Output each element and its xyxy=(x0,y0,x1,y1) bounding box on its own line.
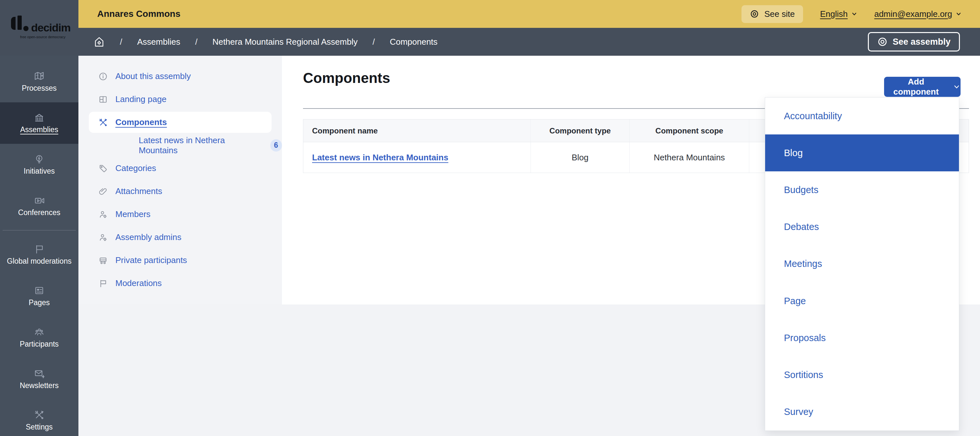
dropdown-item-budgets[interactable]: Budgets xyxy=(765,171,959,208)
layout-icon xyxy=(99,95,108,104)
tag-icon xyxy=(99,164,108,173)
see-site-label: See site xyxy=(764,9,795,19)
decidim-admin-app: Annares Commons See site English admin@e… xyxy=(0,0,980,436)
sidebar-item-settings[interactable]: Settings xyxy=(0,400,78,436)
dropdown-item-accountability[interactable]: Accountability xyxy=(765,97,959,135)
home-icon[interactable] xyxy=(93,36,105,48)
subnav-item-label: Assembly admins xyxy=(115,232,181,242)
user-gear-icon xyxy=(99,233,108,242)
info-icon xyxy=(99,72,108,81)
breadcrumb-separator: / xyxy=(372,37,375,47)
breadcrumb-assemblies[interactable]: Assemblies xyxy=(137,37,180,47)
column-header-scope: Component scope xyxy=(629,119,749,142)
subnav-item-private-participants[interactable]: Private participants xyxy=(78,249,282,272)
breadcrumb-separator: / xyxy=(195,37,197,47)
dropdown-item-page[interactable]: Page xyxy=(765,282,959,319)
eye-icon xyxy=(877,36,888,47)
subnav-item-label: Attachments xyxy=(115,186,162,196)
decidim-wordmark: decidim xyxy=(31,21,70,34)
dropdown-item-survey[interactable]: Survey xyxy=(765,393,959,431)
sidebar-item-label: Initiatives xyxy=(24,167,55,175)
sidebar-item-label: Pages xyxy=(29,299,49,307)
subnav-item-label: Landing page xyxy=(115,94,167,104)
sidebar-item-initiatives[interactable]: Initiatives xyxy=(0,144,78,185)
breadcrumb-assembly-name[interactable]: Nethera Mountains Regional Assembly xyxy=(212,37,358,47)
sidebar-item-processes[interactable]: Processes xyxy=(0,61,78,102)
sidebar-item-label: Conferences xyxy=(18,209,60,217)
column-header-name: Component name xyxy=(303,119,530,142)
component-type-cell: Blog xyxy=(530,142,629,173)
component-link[interactable]: Latest news in Nethera Mountains xyxy=(312,152,448,163)
people-icon xyxy=(34,327,45,337)
breadcrumb-bar: / Assemblies / Nethera Mountains Regiona… xyxy=(0,28,980,56)
sidebar-item-label: Newsletters xyxy=(20,382,59,390)
add-component-button[interactable]: Add component xyxy=(884,77,961,97)
subnav-item-categories[interactable]: Categories xyxy=(78,157,282,180)
sidebar-item-label: Global moderations xyxy=(7,257,71,265)
component-count-badge: 6 xyxy=(270,139,282,152)
sidebar-item-label: Assemblies xyxy=(20,126,58,134)
decidim-tagline: free open-source democracy xyxy=(20,35,65,39)
chevron-down-icon xyxy=(851,11,858,17)
top-bar: Annares Commons See site English admin@e… xyxy=(0,0,980,28)
column-header-type: Component type xyxy=(530,119,629,142)
subnav-item-components[interactable]: Components xyxy=(89,112,272,133)
subnav-item-members[interactable]: Members xyxy=(78,203,282,226)
top-bar-actions: See site English admin@example.org xyxy=(741,0,962,28)
add-component-label: Add component xyxy=(884,77,948,97)
chevron-down-icon xyxy=(953,83,961,91)
sidebar-item-conferences[interactable]: Conferences xyxy=(0,185,78,227)
flag-icon xyxy=(99,279,108,288)
video-camera-icon xyxy=(34,195,45,206)
dropdown-item-proposals[interactable]: Proposals xyxy=(765,319,959,356)
eye-icon xyxy=(750,10,759,19)
dropdown-item-debates[interactable]: Debates xyxy=(765,209,959,246)
dropdown-item-meetings[interactable]: Meetings xyxy=(765,246,959,282)
chevron-down-icon xyxy=(955,11,962,17)
breadcrumb: / Assemblies / Nethera Mountains Regiona… xyxy=(93,28,438,56)
subnav-item-about[interactable]: About this assembly xyxy=(78,65,282,88)
mail-plus-icon xyxy=(34,368,45,379)
sidebar-item-label: Participants xyxy=(20,340,59,348)
organization-name: Annares Commons xyxy=(97,0,180,28)
component-name-cell: Latest news in Nethera Mountains xyxy=(303,142,530,173)
sidebar-item-assemblies[interactable]: Assemblies xyxy=(0,102,78,144)
language-label: English xyxy=(820,9,848,19)
sidebar-item-global-moderations[interactable]: Global moderations xyxy=(0,234,78,275)
sidebar-divider xyxy=(3,230,76,231)
see-site-button[interactable]: See site xyxy=(741,5,803,23)
add-component-dropdown: Accountability Blog Budgets Debates Meet… xyxy=(765,97,959,431)
language-selector[interactable]: English xyxy=(820,9,857,19)
id-card-icon xyxy=(99,256,108,265)
sidebar-item-pages[interactable]: Pages xyxy=(0,275,78,317)
component-scope-cell: Nethera Mountains xyxy=(629,142,749,173)
dropdown-item-sortitions[interactable]: Sortitions xyxy=(765,357,959,393)
subnav-item-label: Moderations xyxy=(115,278,162,288)
decidim-logo-mark xyxy=(10,16,30,34)
dropdown-item-blog[interactable]: Blog xyxy=(765,135,959,171)
see-assembly-button[interactable]: See assembly xyxy=(868,32,960,51)
bank-icon xyxy=(34,113,45,123)
account-menu[interactable]: admin@example.org xyxy=(874,9,962,19)
assembly-subnav: About this assembly Landing page Compone… xyxy=(78,56,282,304)
decidim-logo[interactable]: decidim free open-source democracy xyxy=(0,0,78,56)
lightbulb-icon xyxy=(34,154,45,164)
see-assembly-label: See assembly xyxy=(892,37,950,47)
subnav-item-assembly-admins[interactable]: Assembly admins xyxy=(78,226,282,249)
sidebar-item-newsletters[interactable]: Newsletters xyxy=(0,358,78,400)
subnav-item-label: Components xyxy=(115,117,167,127)
breadcrumb-components[interactable]: Components xyxy=(390,37,438,47)
subnav-item-latest-news[interactable]: Latest news in Nethera Mountains 6 xyxy=(78,134,282,157)
subnav-item-moderations[interactable]: Moderations xyxy=(78,272,282,295)
paperclip-icon xyxy=(99,187,108,196)
sidebar-item-participants[interactable]: Participants xyxy=(0,317,78,358)
subnav-item-landing-page[interactable]: Landing page xyxy=(78,88,282,111)
page-title: Components xyxy=(303,70,390,86)
map-icon xyxy=(34,71,45,81)
subnav-item-label: About this assembly xyxy=(115,71,191,81)
subnav-item-label: Categories xyxy=(115,163,156,173)
subnav-item-label: Private participants xyxy=(115,255,187,265)
sidebar-item-label: Settings xyxy=(25,423,52,431)
subnav-child-label: Latest news in Nethera Mountains xyxy=(139,135,261,155)
subnav-item-attachments[interactable]: Attachments xyxy=(78,180,282,203)
